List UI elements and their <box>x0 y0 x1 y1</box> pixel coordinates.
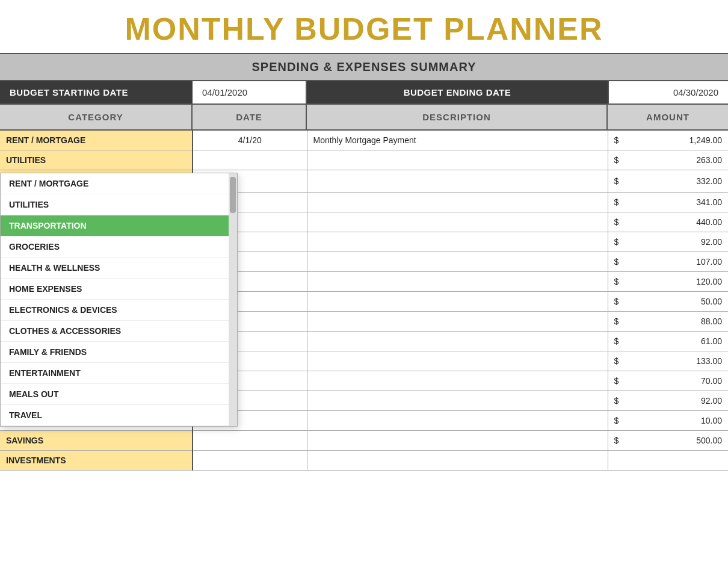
table-row-description <box>307 272 608 292</box>
dropdown-option[interactable]: HEALTH & WELLNESS <box>1 258 229 279</box>
table-row-description <box>307 232 608 252</box>
amount-value: 88.00 <box>701 317 722 326</box>
amount-value: 133.00 <box>696 356 722 366</box>
amount-value: 440.00 <box>696 217 722 227</box>
table-row-category: RENT / MORTGAGE <box>0 131 193 150</box>
table-row-description <box>307 371 608 391</box>
col-header-amount: AMOUNT <box>608 105 728 129</box>
table-row-amount: $ 92.00 <box>608 232 728 252</box>
table-row-description <box>307 351 608 371</box>
category-text: INVESTMENTS <box>6 455 66 465</box>
page-title: MONTHLY BUDGET PLANNER <box>0 0 728 53</box>
currency-symbol: $ <box>614 155 619 165</box>
table-row-amount: $ 332.00 <box>608 170 728 193</box>
amount-value: 332.00 <box>696 176 722 186</box>
table-row-amount: $ 92.00 <box>608 391 728 411</box>
currency-symbol: $ <box>614 297 619 306</box>
table-row-description <box>307 451 608 471</box>
dropdown-option[interactable]: GROCERIES <box>1 236 229 258</box>
table-row-amount <box>608 451 728 471</box>
table-row-amount: $ 440.00 <box>608 212 728 232</box>
currency-symbol: $ <box>614 277 619 286</box>
scrollbar-thumb <box>230 177 236 213</box>
amount-value: 263.00 <box>696 155 722 165</box>
currency-symbol: $ <box>614 257 619 267</box>
col-header-category: CATEGORY <box>0 105 193 129</box>
col-header-description: DESCRIPTION <box>307 105 608 129</box>
dropdown-option[interactable]: ELECTRONICS & DEVICES <box>1 300 229 321</box>
date-row: BUDGET STARTING DATE 04/01/2020 BUDGET E… <box>0 81 728 105</box>
table-row-description <box>307 150 608 170</box>
budget-start-label: BUDGET STARTING DATE <box>0 81 193 103</box>
category-dropdown[interactable]: RENT / MORTGAGEUTILITIESTRANSPORTATIONGR… <box>0 173 238 427</box>
table-row-description <box>307 312 608 332</box>
dropdown-option[interactable]: HOME EXPENSES <box>1 279 229 300</box>
dropdown-option[interactable]: RENT / MORTGAGE <box>1 173 229 194</box>
currency-symbol: $ <box>614 376 619 386</box>
dropdown-option[interactable]: MEALS OUT <box>1 384 229 405</box>
table-row-description <box>307 332 608 351</box>
table-row-amount: $ 133.00 <box>608 351 728 371</box>
dropdown-option[interactable]: TRAVEL <box>1 405 229 426</box>
dropdown-option[interactable]: TRANSPORTATION <box>1 215 229 236</box>
currency-symbol: $ <box>614 317 619 326</box>
table-row-date <box>193 451 307 471</box>
dropdown-option[interactable]: CLOTHES & ACCESSORIES <box>1 321 229 342</box>
table-row-category: INVESTMENTS <box>0 451 193 471</box>
table-row-description <box>307 212 608 232</box>
amount-value: 50.00 <box>701 297 722 306</box>
table-row-amount: $ 88.00 <box>608 312 728 332</box>
dropdown-option[interactable]: ENTERTAINMENT <box>1 363 229 384</box>
table-row-amount: $ 120.00 <box>608 272 728 292</box>
budget-end-value: 04/30/2020 <box>608 81 728 103</box>
table-row-description <box>307 431 608 451</box>
table-row-description <box>307 411 608 431</box>
currency-symbol: $ <box>614 176 619 186</box>
currency-symbol: $ <box>614 396 619 406</box>
subtitle-bar: SPENDING & EXPENSES SUMMARY <box>0 53 728 81</box>
table-row-amount: $ 61.00 <box>608 332 728 351</box>
table-row-amount: $ 1,249.00 <box>608 131 728 150</box>
amount-value: 341.00 <box>696 197 722 207</box>
currency-symbol: $ <box>614 237 619 247</box>
amount-value: 107.00 <box>696 257 722 267</box>
table-row-description <box>307 252 608 272</box>
dropdown-list[interactable]: RENT / MORTGAGEUTILITIESTRANSPORTATIONGR… <box>1 173 229 426</box>
currency-symbol: $ <box>614 416 619 425</box>
table-row-description: Monthly Mortgage Payment <box>307 131 608 150</box>
table-row-amount: $ 500.00 <box>608 431 728 451</box>
table-row-description <box>307 292 608 312</box>
table-row-description <box>307 391 608 411</box>
category-text: RENT / MORTGAGE <box>6 135 85 145</box>
currency-symbol: $ <box>614 135 619 145</box>
col-header-date: DATE <box>193 105 307 129</box>
amount-value: 1,249.00 <box>689 135 723 145</box>
table-row-description <box>307 170 608 193</box>
table-row-amount: $ 50.00 <box>608 292 728 312</box>
table-row-amount: $ 263.00 <box>608 150 728 170</box>
table-row-description <box>307 193 608 212</box>
currency-symbol: $ <box>614 217 619 227</box>
table-row-amount: $ 341.00 <box>608 193 728 212</box>
amount-value: 120.00 <box>696 277 722 286</box>
currency-symbol: $ <box>614 336 619 346</box>
currency-symbol: $ <box>614 436 619 445</box>
table-row-amount: $ 70.00 <box>608 371 728 391</box>
budget-end-label: BUDGET ENDING DATE <box>307 81 608 103</box>
dropdown-scrollbar[interactable] <box>229 173 237 426</box>
dropdown-option[interactable]: UTILITIES <box>1 194 229 215</box>
amount-value: 61.00 <box>701 336 722 346</box>
table-row-category: UTILITIES <box>0 150 193 170</box>
category-text: UTILITIES <box>6 155 46 165</box>
table-row-date <box>193 150 307 170</box>
amount-value: 92.00 <box>701 396 722 406</box>
amount-value: 500.00 <box>696 436 722 445</box>
amount-value: 92.00 <box>701 237 722 247</box>
table-row-date: 4/1/20 <box>193 131 307 150</box>
category-text: SAVINGS <box>6 436 43 445</box>
dropdown-option[interactable]: FAMILY & FRIENDS <box>1 342 229 363</box>
budget-start-value: 04/01/2020 <box>193 81 307 103</box>
amount-value: 70.00 <box>701 376 722 386</box>
column-headers: CATEGORY DATE DESCRIPTION AMOUNT <box>0 105 728 131</box>
table-row-category: SAVINGS <box>0 431 193 451</box>
